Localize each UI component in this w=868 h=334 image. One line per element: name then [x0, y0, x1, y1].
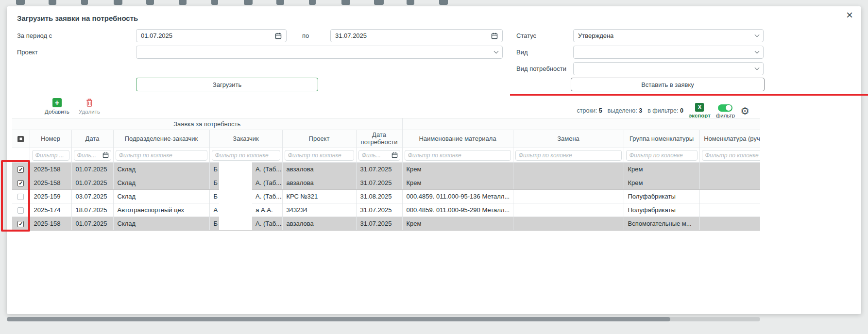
filter-cell [356, 148, 402, 163]
calendar-icon [102, 152, 109, 158]
cell: 31.07.2025 [356, 163, 402, 176]
column-header-6[interactable]: Дата потребности [356, 130, 402, 148]
cell: 01.07.2025 [71, 217, 113, 231]
column-header-5[interactable]: Проект [282, 130, 356, 148]
toolbar-icon [374, 0, 384, 5]
type-select[interactable] [573, 46, 764, 59]
chevron-down-icon [755, 66, 760, 70]
cell: Вспомогательные м... [624, 217, 699, 231]
column-header-3[interactable]: Подразделение-заказчик [113, 130, 209, 148]
export-button[interactable]: X экспорт [689, 103, 711, 118]
filter-toggle[interactable]: фильтр [716, 103, 735, 118]
filter-input-5[interactable] [285, 150, 354, 161]
cell [699, 163, 760, 176]
column-header-10[interactable]: Номенклатура (руч ввод) [699, 130, 760, 148]
chevron-down-icon [755, 49, 760, 54]
horizontal-scrollbar[interactable] [7, 317, 760, 321]
column-header-2[interactable]: Дата [71, 130, 113, 148]
toggle-on-icon [718, 104, 732, 112]
cell: 31.07.2025 [356, 217, 402, 231]
table-row[interactable]: 2025-15801.07.2025СкладБА. (Таб....авзал… [12, 176, 760, 190]
dialog-title: Загрузить заявки на потребность [17, 14, 138, 22]
table-row[interactable]: 2025-15801.07.2025СкладБА. (Таб....авзал… [12, 163, 760, 176]
cell: 03.07.2025 [71, 190, 113, 203]
cell: 18.07.2025 [71, 203, 113, 217]
rows-count-label: строки: [577, 107, 597, 114]
filter-input-10[interactable] [702, 150, 760, 161]
toolbar-icon [341, 0, 350, 5]
trash-icon [85, 98, 93, 107]
cell: Крем [402, 163, 513, 176]
toolbar-icon [114, 0, 122, 5]
filtered-count-value: 0 [680, 107, 683, 114]
cell: 2025-158 [30, 163, 71, 176]
add-button-label: Добавить [45, 109, 69, 115]
toolbar-icon [179, 0, 187, 5]
status-value: Утверждена [578, 32, 613, 39]
cell [699, 176, 760, 190]
settings-gear-icon[interactable]: ⚙ [740, 106, 749, 116]
insert-into-request-button[interactable]: Вставить в заявку [571, 78, 765, 91]
cell [513, 217, 624, 231]
toolbar-icon [146, 0, 154, 5]
delete-button[interactable]: Удалить [79, 98, 100, 115]
cell: 000.4859. 011.000-95-136 Металл... [402, 190, 513, 203]
column-header-9[interactable]: Группа номенклатуры [624, 130, 699, 148]
plus-icon: + [52, 98, 62, 107]
filter-cell [699, 148, 760, 163]
column-header-8[interactable]: Замена [513, 130, 624, 148]
screen: Загрузить заявки на потребность × За пер… [0, 0, 868, 334]
cell: 31.07.2025 [356, 176, 402, 190]
cell: 2025-159 [30, 190, 71, 203]
load-button[interactable]: Загрузить [136, 78, 318, 91]
period-to-input[interactable]: 31.07.2025 [330, 29, 503, 42]
project-select[interactable] [136, 46, 503, 59]
add-button[interactable]: + Добавить [45, 98, 69, 115]
table-row[interactable]: 2025-17418.07.2025Автотранспортный цехАа… [12, 203, 760, 217]
cell: Склад [113, 190, 209, 203]
cell [513, 203, 624, 217]
redaction-overlay [219, 162, 252, 230]
column-header-7[interactable]: Наименование материала [402, 130, 513, 148]
close-icon[interactable]: × [846, 9, 853, 21]
period-from-input[interactable]: 01.07.2025 [136, 29, 287, 42]
toolbar-icon [81, 0, 88, 5]
table-row[interactable]: 2025-15903.07.2025СкладБА. (Таб....КРС №… [12, 190, 760, 203]
status-select[interactable]: Утверждена [573, 29, 764, 42]
filter-input-8[interactable] [515, 150, 622, 161]
cell: 2025-158 [30, 176, 71, 190]
cell: Склад [113, 163, 209, 176]
filter-input-7[interactable] [405, 150, 511, 161]
table-row[interactable]: 2025-15801.07.2025СкладБА. (Таб....авзал… [12, 217, 760, 231]
cell: 343234 [282, 203, 356, 217]
toolbar-icon [407, 0, 414, 5]
filter-cell [209, 148, 282, 163]
cell: Крем [402, 217, 513, 231]
filter-input-4[interactable] [212, 150, 280, 161]
cell [513, 163, 624, 176]
filter-input-3[interactable] [116, 150, 207, 161]
filter-cell [402, 148, 513, 163]
column-header-1[interactable]: Номер [30, 130, 71, 148]
select-all-checkbox[interactable] [17, 136, 24, 142]
chevron-down-icon [755, 33, 760, 37]
calendar-icon [275, 33, 282, 39]
select-all-cell [12, 130, 30, 148]
load-requests-dialog: Загрузить заявки на потребность × За пер… [7, 6, 861, 314]
period-to-label: по [302, 29, 309, 42]
cell: 01.07.2025 [71, 163, 113, 176]
cell: Автотранспортный цех [113, 203, 209, 217]
annotation-red-box [1, 160, 30, 232]
toolbar-icon [309, 0, 316, 5]
scrollbar-thumb[interactable] [7, 317, 670, 321]
column-header-4[interactable]: Заказчик [209, 130, 282, 148]
cell [513, 176, 624, 190]
filtered-count-label: в фильтре: [647, 107, 678, 114]
demand-type-select[interactable] [573, 62, 764, 75]
period-to-value: 31.07.2025 [335, 32, 367, 39]
cell [699, 190, 760, 203]
filter-cell [282, 148, 356, 163]
filter-input-1[interactable] [32, 150, 69, 161]
cell [699, 203, 760, 217]
filter-input-9[interactable] [626, 150, 698, 161]
